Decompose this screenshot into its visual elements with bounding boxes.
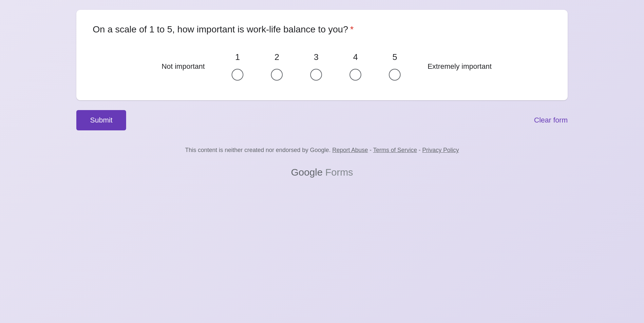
scale-number-5: 5 [375,52,414,62]
scale-number-1: 1 [218,52,257,62]
terms-link[interactable]: Terms of Service [373,147,417,153]
scale-radios-row [218,69,414,81]
radio-circle-3[interactable] [310,69,322,81]
scale-numbers-row: 1 2 3 4 5 [218,52,414,62]
radio-circle-5[interactable] [389,69,401,81]
scale-number-4: 4 [336,52,375,62]
separator-1: - [369,147,373,153]
report-abuse-link[interactable]: Report Abuse [332,147,368,153]
logo-forms-text: Forms [325,167,353,178]
form-card: On a scale of 1 to 5, how important is w… [76,10,568,100]
scale-options: 1 2 3 4 5 [218,52,414,81]
scale-radio-item-5[interactable] [375,69,414,81]
scale-container: Not important 1 2 3 4 5 [93,49,551,84]
separator-2: - [419,147,422,153]
scale-number-3: 3 [296,52,336,62]
radio-circle-1[interactable] [232,69,243,81]
scale-number-2: 2 [257,52,296,62]
actions-bar: Submit Clear form [76,110,568,130]
disclaimer-text: This content is neither created nor endo… [185,147,331,153]
logo-google-text: Google [291,167,323,178]
submit-button[interactable]: Submit [76,110,126,130]
scale-right-label: Extremely important [414,62,492,71]
scale-radio-item-2[interactable] [257,69,296,81]
question-text: On a scale of 1 to 5, how important is w… [93,23,551,36]
footer-disclaimer: This content is neither created nor endo… [185,147,459,154]
scale-left-label: Not important [152,62,218,71]
scale-radio-item-1[interactable] [218,69,257,81]
required-star: * [350,24,354,34]
scale-radio-item-3[interactable] [296,69,336,81]
google-forms-logo: Google Forms [291,167,353,178]
privacy-link[interactable]: Privacy Policy [422,147,459,153]
scale-radio-item-4[interactable] [336,69,375,81]
clear-form-link[interactable]: Clear form [534,116,568,124]
question-label: On a scale of 1 to 5, how important is w… [93,24,348,34]
radio-circle-2[interactable] [271,69,283,81]
radio-circle-4[interactable] [350,69,361,81]
